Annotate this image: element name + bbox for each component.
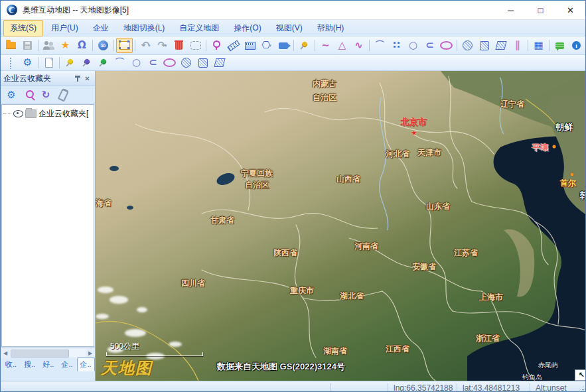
scroll-track[interactable]	[10, 349, 86, 357]
redo-button[interactable]: ↷▾	[154, 38, 171, 53]
camera-button[interactable]	[275, 38, 291, 53]
menu-item-视图(V)[interactable]: 视图(V)	[269, 20, 309, 36]
hatch-polygon-icon	[495, 41, 506, 50]
tree-root-item[interactable]: 企业云收藏夹[	[2, 105, 94, 119]
undo-button[interactable]: ↶▾	[137, 38, 154, 53]
pushpin-button[interactable]	[296, 38, 313, 53]
hatch-circle-button[interactable]	[459, 38, 476, 53]
favorites-star-icon: ★	[61, 40, 70, 50]
panel-title: 企业云收藏夹	[3, 73, 72, 84]
map-label-shaanxi: 陕西省	[273, 247, 297, 259]
statusbar-separator	[530, 383, 530, 392]
view-3d-button[interactable]	[95, 38, 111, 53]
resize-grip[interactable]	[575, 385, 585, 392]
hatch-polygon-button[interactable]	[492, 38, 509, 53]
pointer-mode-button[interactable]: ↖	[575, 369, 585, 381]
panel-tab-搜..[interactable]: 搜..	[21, 358, 38, 371]
scroll-left-arrow[interactable]: ◀	[1, 350, 10, 356]
hatch-square-button[interactable]	[194, 55, 211, 70]
region-select-button[interactable]	[116, 38, 133, 53]
polygon-button[interactable]: △	[334, 38, 350, 53]
visibility-eye-icon[interactable]	[13, 110, 23, 117]
map-label-neimenggu-1: 内蒙古	[313, 78, 336, 90]
polyline-button[interactable]: ∼	[317, 38, 334, 53]
dropdown-arrow-icon[interactable]: ▾	[269, 43, 271, 48]
panel-tab-企..[interactable]: 企..	[77, 358, 95, 371]
favorites-star-button[interactable]: ★	[57, 38, 74, 53]
maximize-button[interactable]: □	[526, 1, 555, 19]
route-button[interactable]: Ω	[74, 38, 90, 53]
table-button[interactable]: ▦	[530, 38, 547, 53]
minimize-button[interactable]: ─	[496, 1, 526, 19]
pushpin-yellow-button[interactable]	[62, 55, 78, 70]
panel-attach-button[interactable]	[56, 88, 70, 102]
marquee-button[interactable]	[187, 38, 204, 53]
open-folder-button[interactable]	[3, 38, 19, 53]
panel-tab-企..[interactable]: 企..	[58, 358, 76, 371]
chat-button[interactable]	[551, 38, 568, 53]
pushpin-green-button[interactable]	[95, 55, 111, 70]
panel-close-button[interactable]: ✕	[82, 73, 92, 84]
measure-area-button[interactable]	[242, 38, 258, 53]
location-pin-button[interactable]	[208, 38, 225, 53]
curve-button[interactable]: ∿	[350, 38, 367, 53]
panel-pin-button[interactable]	[72, 73, 82, 84]
info-button[interactable]	[568, 38, 585, 53]
dropdown-arrow-icon[interactable]: ▾	[165, 43, 167, 48]
arc-line-button[interactable]: ⌒	[372, 38, 388, 53]
circle-button[interactable]: ○	[128, 55, 145, 70]
hexagon-tool-button[interactable]: ⎔▾	[258, 38, 275, 53]
save-button[interactable]	[19, 38, 36, 53]
view-3d-icon	[98, 40, 108, 50]
users-button[interactable]	[40, 38, 57, 53]
menu-item-地图切换(L)[interactable]: 地图切换(L)	[117, 20, 172, 36]
panel-refresh-button[interactable]: ↻	[38, 88, 53, 102]
horizontal-scrollbar[interactable]: ◀ ▶	[1, 347, 95, 358]
ellipse-button[interactable]	[161, 55, 178, 70]
scroll-right-arrow[interactable]: ▶	[86, 350, 95, 356]
dropdown-arrow-icon[interactable]: ▾	[148, 43, 151, 48]
menu-item-系统(S)[interactable]: 系统(S)	[3, 20, 43, 36]
menu-item-自定义地图[interactable]: 自定义地图	[173, 20, 226, 36]
menu-item-企业[interactable]: 企业	[86, 20, 115, 36]
ellipse-icon	[163, 58, 176, 67]
pushpin-yellow-icon	[66, 58, 74, 65]
delete-button[interactable]	[171, 38, 187, 53]
scroll-thumb[interactable]	[11, 350, 69, 358]
new-document-button[interactable]	[40, 55, 57, 70]
panel-settings-button[interactable]: ⚙	[4, 88, 19, 102]
scatter-points-button[interactable]: ∷	[388, 38, 405, 53]
pin-icon	[74, 75, 81, 82]
menu-item-用户(U)[interactable]: 用户(U)	[44, 20, 85, 36]
hatch-circle-button[interactable]	[178, 55, 194, 70]
arc-button[interactable]: ⊂	[421, 38, 438, 53]
chat-icon	[555, 42, 564, 49]
map-label-shandong: 山东省	[426, 201, 450, 212]
longitude-readout: lng:66.35742188	[394, 383, 453, 392]
panel-search-button[interactable]	[21, 88, 36, 102]
ruler-button[interactable]	[225, 38, 242, 53]
parallel-lines-button[interactable]: ∥	[509, 38, 526, 53]
drag-handle[interactable]	[3, 55, 19, 70]
arc-button[interactable]: ⊂	[145, 55, 161, 70]
toolbar-separator	[549, 40, 549, 51]
map-viewport[interactable]: 内蒙古自治区辽宁省朝鲜北京市★平壤河北省天津市首尔韩宁夏回族自治区山西省青海省山…	[96, 71, 585, 381]
settings-gear-button[interactable]: ⚙	[19, 55, 36, 70]
map-label-chiweiyu: 赤尾屿	[538, 361, 558, 370]
panel-tab-好..[interactable]: 好..	[39, 358, 57, 371]
hatch-polygon-button[interactable]	[211, 55, 228, 70]
menu-item-操作(O)[interactable]: 操作(O)	[227, 20, 267, 36]
arc-icon: ⊂	[149, 58, 157, 68]
panel-tab-收..[interactable]: 收..	[2, 358, 20, 371]
scale-bar	[106, 352, 203, 356]
hatch-square-button[interactable]	[476, 38, 492, 53]
close-button[interactable]: ✕	[555, 1, 585, 19]
circle-button[interactable]: ○	[405, 38, 421, 53]
vip-gem-button[interactable]	[585, 38, 585, 53]
pushpin-purple-button[interactable]	[78, 55, 95, 70]
arc-line-button[interactable]: ⌒	[111, 55, 128, 70]
ellipse-button[interactable]	[438, 38, 455, 53]
map-label-qinghai: 青海省	[96, 198, 111, 209]
menu-item-帮助(H)[interactable]: 帮助(H)	[311, 20, 351, 36]
panel-tabs: 收..搜..好..企..企..	[1, 358, 95, 371]
